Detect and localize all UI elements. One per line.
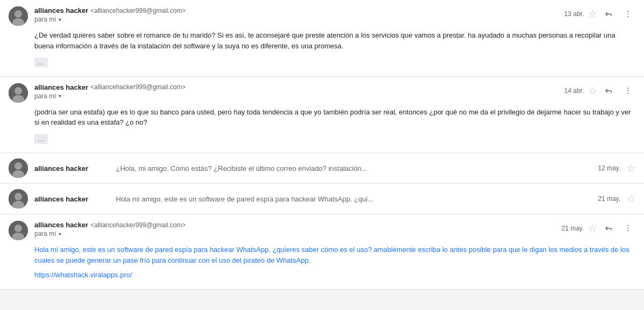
- email-date-1: 13 abr.: [564, 10, 584, 18]
- svg-point-13: [14, 162, 22, 170]
- to-line-2: para mí ▾: [34, 92, 564, 100]
- email-header-left-5: alliances hacker <alliancehacker999@gmai…: [9, 221, 561, 240]
- svg-point-22: [627, 228, 628, 229]
- to-line-1: para mí ▾: [34, 16, 564, 23]
- reply-button-2[interactable]: [601, 83, 616, 98]
- email-header-2: alliances hacker <alliancehacker999@gmai…: [9, 83, 635, 103]
- email-body-text-5: Hola mi amigo, este es un software de pa…: [34, 244, 635, 265]
- star-icon-4[interactable]: ☆: [627, 193, 635, 205]
- sender-line-5: alliances hacker <alliancehacker999@gmai…: [34, 221, 561, 229]
- to-line-5: para mí ▾: [34, 230, 561, 237]
- reply-button-1[interactable]: [601, 6, 616, 21]
- email-date-5: 21 may.: [561, 225, 584, 232]
- email-item-5: alliances hacker <alliancehacker999@gmai…: [0, 214, 644, 290]
- email-body-text-1: ¿De verdad quieres saber sobre el romanc…: [34, 30, 635, 51]
- to-label-2: para mí: [34, 92, 56, 100]
- collapsed-sender-3: alliances hacker: [34, 164, 109, 172]
- email-item-4[interactable]: alliances hacker Hola mi amigo, este es …: [0, 184, 644, 214]
- svg-point-11: [627, 92, 628, 93]
- email-actions-1: 13 abr. ☆: [564, 6, 635, 21]
- star-icon-3[interactable]: ☆: [627, 162, 635, 174]
- more-button-1[interactable]: [620, 6, 635, 21]
- star-icon-1[interactable]: ☆: [588, 8, 597, 20]
- star-icon-5[interactable]: ☆: [588, 222, 597, 234]
- to-dropdown-1[interactable]: ▾: [58, 17, 61, 23]
- sender-line-1: alliances hacker <alliancehacker999@gmai…: [34, 6, 564, 15]
- to-label-5: para mí: [34, 230, 56, 237]
- reply-button-5[interactable]: [601, 221, 616, 236]
- collapsed-date-4: 21 may.: [598, 195, 620, 203]
- more-dots-2[interactable]: ...: [34, 134, 48, 144]
- email-header-left-1: alliances hacker <alliancehacker999@gmai…: [9, 6, 564, 26]
- collapsed-preview-3: ¿Hola, mi amigo. Cómo estás? ¿Recibiste …: [116, 164, 591, 172]
- avatar-1: [9, 6, 28, 26]
- email-actions-2: 14 abr. ☆: [564, 83, 635, 98]
- email-thread: alliances hacker <alliancehacker999@gmai…: [0, 0, 644, 290]
- svg-point-10: [627, 90, 628, 91]
- svg-point-4: [627, 13, 628, 15]
- svg-point-21: [627, 225, 628, 226]
- sender-name-2: alliances hacker: [34, 83, 88, 91]
- sender-name-1: alliances hacker: [34, 6, 88, 15]
- sender-email-1: <alliancehacker999@gmail.com>: [90, 7, 186, 15]
- more-dots-1[interactable]: ...: [34, 57, 48, 67]
- collapsed-row-4[interactable]: alliances hacker Hola mi amigo, este es …: [9, 189, 635, 208]
- email-body-5: Hola mi amigo, este es un software de pa…: [34, 244, 635, 280]
- avatar-2: [9, 83, 28, 103]
- to-dropdown-2[interactable]: ▾: [58, 93, 61, 99]
- email-item-2: alliances hacker <alliancehacker999@gmai…: [0, 77, 644, 154]
- collapsed-sender-4: alliances hacker: [34, 195, 109, 203]
- email-meta-2: alliances hacker <alliancehacker999@gmai…: [34, 83, 564, 100]
- email-actions-5: 21 may. ☆: [561, 221, 635, 236]
- collapsed-preview-4: Hola mi amigo, este es un software de pa…: [116, 195, 591, 203]
- svg-point-7: [14, 87, 22, 95]
- email-meta-1: alliances hacker <alliancehacker999@gmai…: [34, 6, 564, 23]
- email-header-5: alliances hacker <alliancehacker999@gmai…: [9, 221, 635, 240]
- email-body-2: (podría ser una estafa) que es lo que su…: [34, 107, 635, 145]
- svg-point-23: [627, 230, 628, 232]
- to-dropdown-5[interactable]: ▾: [58, 231, 61, 237]
- collapsed-row-3[interactable]: alliances hacker ¿Hola, mi amigo. Cómo e…: [9, 158, 635, 178]
- svg-point-3: [627, 11, 628, 12]
- email-link-5[interactable]: https://whatshack.viralapps.pro/: [34, 271, 132, 279]
- avatar-4: [9, 189, 28, 208]
- sender-email-5: <alliancehacker999@gmail.com>: [90, 221, 186, 229]
- svg-point-9: [627, 88, 628, 89]
- to-label-1: para mí: [34, 16, 56, 23]
- email-body-text-2: (podría ser una estafa) que es lo que su…: [34, 107, 635, 128]
- svg-point-5: [627, 16, 628, 17]
- avatar-3: [9, 158, 28, 178]
- star-icon-2[interactable]: ☆: [588, 85, 597, 97]
- sender-email-2: <alliancehacker999@gmail.com>: [90, 83, 186, 91]
- svg-point-1: [14, 10, 22, 18]
- sender-name-5: alliances hacker: [34, 221, 88, 229]
- email-date-2: 14 abr.: [564, 87, 584, 95]
- more-button-2[interactable]: [620, 83, 635, 98]
- svg-point-16: [14, 193, 22, 200]
- email-header-left-2: alliances hacker <alliancehacker999@gmai…: [9, 83, 564, 103]
- email-body-1: ¿De verdad quieres saber sobre el romanc…: [34, 30, 635, 68]
- more-button-5[interactable]: [620, 221, 635, 236]
- email-item-3[interactable]: alliances hacker ¿Hola, mi amigo. Cómo e…: [0, 153, 644, 184]
- email-item-1: alliances hacker <alliancehacker999@gmai…: [0, 0, 644, 77]
- avatar-5: [9, 221, 28, 240]
- svg-point-19: [14, 225, 22, 232]
- email-header-1: alliances hacker <alliancehacker999@gmai…: [9, 6, 635, 26]
- email-meta-5: alliances hacker <alliancehacker999@gmai…: [34, 221, 561, 237]
- collapsed-date-3: 12 may.: [598, 164, 620, 172]
- sender-line-2: alliances hacker <alliancehacker999@gmai…: [34, 83, 564, 91]
